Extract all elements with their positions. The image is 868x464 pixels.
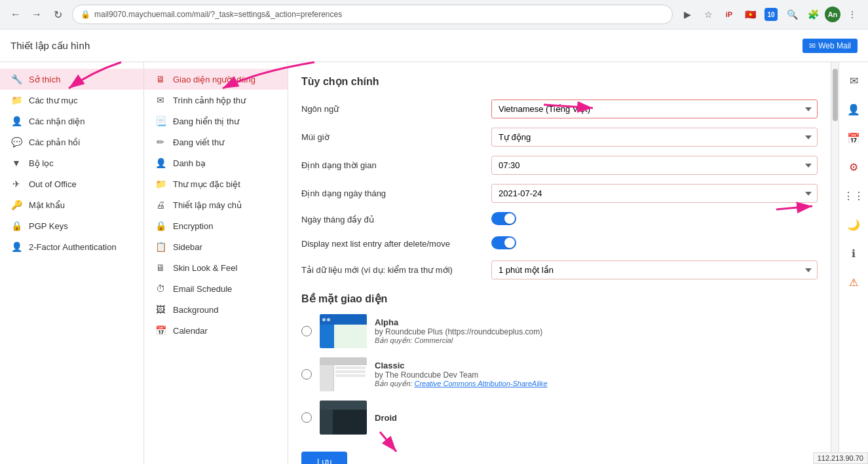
middle-label-thu-muc: Thư mục đặc biệt bbox=[173, 179, 240, 189]
middle-item-thiet-lap-may-chu[interactable]: 🖨 Thiết lập máy chủ bbox=[144, 194, 288, 215]
scrollbar-thumb[interactable] bbox=[833, 69, 838, 121]
skin-radio-droid[interactable] bbox=[301, 412, 312, 423]
ext-badge-button[interactable]: 10 bbox=[762, 5, 780, 24]
main-content: Tùy chọn chính Ngôn ngữ Vietnamese (Tiến… bbox=[288, 62, 831, 464]
sidebar-item-mat-khau[interactable]: 🔑 Mật khẩu bbox=[0, 194, 143, 215]
label-tai-du-lieu: Tải dữ liệu mới (ví dụ: kiểm tra thư mới… bbox=[301, 265, 485, 275]
right-apps-button[interactable]: ⋮⋮ bbox=[842, 184, 865, 207]
middle-item-danh-ba[interactable]: 👤 Danh bạ bbox=[144, 152, 288, 173]
sidebar-item-cac-nhan-dien[interactable]: 👤 Các nhận diện bbox=[0, 111, 143, 132]
webmail-badge: ✉ Web Mail bbox=[802, 39, 858, 53]
forward-button[interactable]: → bbox=[28, 5, 46, 24]
twofa-icon: 👤 bbox=[10, 241, 22, 252]
middle-item-viet-thu[interactable]: ✏ Đang viết thư bbox=[144, 132, 288, 152]
alpha-header bbox=[320, 314, 367, 325]
webmail-label: Web Mail bbox=[818, 41, 851, 50]
identity-icon: 👤 bbox=[10, 116, 22, 126]
sidebar-label-bo-loc: Bộ lọc bbox=[29, 158, 54, 168]
sidebar-item-2fa[interactable]: 👤 2-Factor Authentication bbox=[0, 236, 143, 257]
puzzle-button[interactable]: 🧩 bbox=[804, 5, 822, 24]
middle-label-may-chu: Thiết lập máy chủ bbox=[173, 200, 242, 210]
skin-info-droid: Droid bbox=[375, 413, 818, 423]
scrollbar-track[interactable] bbox=[831, 62, 839, 464]
refresh-button[interactable]: ↻ bbox=[48, 5, 67, 24]
skin-license-link-classic[interactable]: Creative Commons Attribution-ShareAlike bbox=[414, 380, 547, 387]
middle-item-email-schedule[interactable]: ⏱ Email Schedule bbox=[144, 278, 288, 299]
classic-row1 bbox=[335, 366, 366, 369]
sidebar-label-cac-phan-hoi: Các phản hồi bbox=[29, 137, 80, 147]
label-ngon-ngu: Ngôn ngữ bbox=[301, 104, 485, 114]
middle-label-encryption: Encryption bbox=[173, 221, 213, 231]
right-mail-button[interactable]: ✉ bbox=[842, 69, 865, 92]
sidebar-item-cac-thu-muc[interactable]: 📁 Các thư mục bbox=[0, 90, 143, 111]
middle-item-sidebar[interactable]: 📋 Sidebar bbox=[144, 236, 288, 257]
flag-button[interactable]: 🇻🇳 bbox=[741, 5, 759, 24]
address-bar[interactable]: 🔒 mail9070.maychuemail.com/mail/?_task=s… bbox=[72, 5, 673, 24]
middle-item-skin[interactable]: 🖥 Skin Look & Feel bbox=[144, 257, 288, 278]
middle-item-encryption[interactable]: 🔒 Encryption bbox=[144, 215, 288, 236]
middle-item-giao-dien[interactable]: 🖥 Giao diện người dùng bbox=[144, 69, 288, 90]
classic-row3 bbox=[335, 374, 366, 377]
classic-header-t bbox=[320, 357, 367, 365]
row-dinh-dang-thoi-gian: Định dạng thời gian 07:30 7:30 AM bbox=[301, 156, 818, 175]
right-darkmode-button[interactable]: 🌙 bbox=[842, 213, 865, 236]
control-dinh-dang-ngay-thang: 2021-07-24 24/07/2021 bbox=[491, 184, 818, 203]
more-button[interactable]: ⋮ bbox=[843, 5, 861, 24]
sidebar-item-pgp-keys[interactable]: 🔒 PGP Keys bbox=[0, 215, 143, 236]
select-ngon-ngu[interactable]: Vietnamese (Tiếng Việt) English bbox=[491, 99, 818, 118]
classic-body-t bbox=[320, 365, 367, 391]
middle-label-danh-ba: Danh bạ bbox=[173, 158, 206, 168]
right-calendar-button[interactable]: 📅 bbox=[842, 126, 865, 150]
filter-icon: ▼ bbox=[10, 158, 22, 168]
label-ngay-thang-day-du: Ngày tháng đầy đủ bbox=[301, 215, 485, 224]
search-button[interactable]: 🔍 bbox=[783, 5, 801, 24]
right-settings-button[interactable]: ⚙ bbox=[842, 155, 865, 179]
save-section: Lưu bbox=[301, 445, 818, 464]
middle-item-calendar[interactable]: 📅 Calendar bbox=[144, 320, 288, 341]
contact-icon: 👤 bbox=[155, 158, 166, 168]
middle-item-trinh-canh[interactable]: ✉ Trình cảnh hộp thư bbox=[144, 90, 288, 111]
save-button[interactable]: Lưu bbox=[301, 452, 347, 464]
app-header: Thiết lập cấu hình ✉ Web Mail bbox=[0, 29, 868, 62]
sidebar-item-bo-loc[interactable]: ▼ Bộ lọc bbox=[0, 152, 143, 173]
mailbox-icon: ✉ bbox=[155, 95, 166, 105]
middle-item-hien-thi[interactable]: 📃 Đang hiển thị thư bbox=[144, 111, 288, 132]
skin-license-alpha: Bản quyền: Commercial bbox=[375, 336, 818, 345]
toggle-display-switch[interactable] bbox=[491, 236, 516, 249]
label-display-next: Display next list entry after delete/mov… bbox=[301, 239, 485, 249]
sidebar-item-so-thich[interactable]: 🔧 Sở thích bbox=[0, 69, 143, 90]
select-dinh-dang-thoi-gian[interactable]: 07:30 7:30 AM bbox=[491, 156, 818, 175]
alpha-main-t bbox=[334, 325, 367, 348]
select-dinh-dang-ngay-thang[interactable]: 2021-07-24 24/07/2021 bbox=[491, 184, 818, 203]
toggle-display-next[interactable] bbox=[491, 236, 516, 249]
droid-side-t bbox=[320, 410, 333, 435]
toggle-ngay-switch[interactable] bbox=[491, 212, 516, 225]
pgp-icon: 🔒 bbox=[10, 221, 22, 231]
sidebar-item-cac-phan-hoi[interactable]: 💬 Các phản hồi bbox=[0, 132, 143, 152]
right-contact-button[interactable]: 👤 bbox=[842, 98, 865, 121]
toggle-ngay-thang[interactable] bbox=[491, 212, 516, 225]
select-tai-du-lieu[interactable]: 1 phút một lần 5 phút một lần Không bao … bbox=[491, 260, 818, 279]
skin-radio-alpha[interactable] bbox=[301, 326, 312, 336]
right-info-button[interactable]: ℹ bbox=[842, 241, 865, 265]
alpha-dot1 bbox=[322, 318, 326, 321]
sidebar-label-cac-thu-muc: Các thư mục bbox=[29, 96, 78, 105]
skin-info-classic: Classic by The Roundcube Dev Team Bản qu… bbox=[375, 361, 818, 388]
right-alert-button[interactable]: ⚠ bbox=[842, 270, 865, 294]
sidebar-label-cac-nhan-dien: Các nhận diện bbox=[29, 116, 85, 126]
skin-radio-classic[interactable] bbox=[301, 369, 312, 380]
schedule-icon: ⏱ bbox=[155, 283, 166, 294]
back-button[interactable]: ← bbox=[7, 5, 25, 24]
sidebar-item-out-of-office[interactable]: ✈ Out of Office bbox=[0, 173, 143, 194]
ext-ip-button[interactable]: iP bbox=[720, 5, 738, 24]
droid-header-t bbox=[320, 401, 367, 410]
row-tai-du-lieu: Tải dữ liệu mới (ví dụ: kiểm tra thư mới… bbox=[301, 260, 818, 279]
sidebar-label-pgp: PGP Keys bbox=[29, 221, 68, 231]
select-mui-gio[interactable]: Tự động UTC+7 bbox=[491, 128, 818, 147]
middle-item-background[interactable]: 🖼 Background bbox=[144, 299, 288, 320]
middle-item-thu-muc-dac-biet[interactable]: 📁 Thư mục đặc biệt bbox=[144, 173, 288, 194]
bookmark-button[interactable]: ☆ bbox=[699, 5, 717, 24]
sidebar-icon: 📋 bbox=[155, 241, 166, 252]
control-display-next bbox=[491, 236, 818, 251]
cast-button[interactable]: ▶ bbox=[678, 5, 696, 24]
